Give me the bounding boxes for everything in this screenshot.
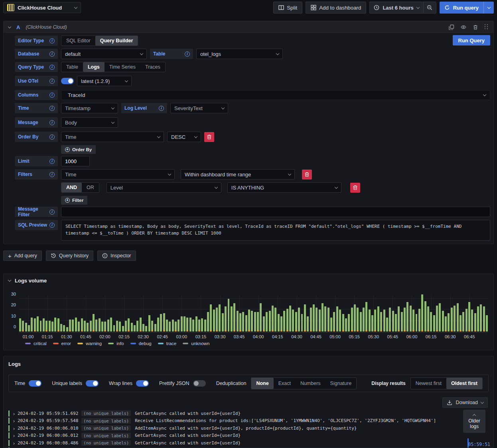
info-icon[interactable]: i [49, 172, 55, 177]
time-toggle[interactable] [29, 380, 41, 387]
display-option-oldest-first[interactable]: Oldest first [446, 378, 482, 389]
dedup-option-signature[interactable]: Signature [325, 378, 357, 389]
add-filter-button[interactable]: +Filter [61, 196, 87, 205]
editor-type-option-query-builder[interactable]: Query Builder [95, 36, 138, 45]
collapse-logs-volume-icon[interactable] [8, 278, 11, 282]
log-row[interactable]: 2024-02-19 05:59:51.692(no unique labels… [8, 410, 461, 417]
legend-item-error[interactable]: error [53, 341, 71, 346]
info-icon[interactable]: i [49, 134, 55, 140]
query-history-button[interactable]: Query history [46, 251, 93, 261]
duplicate-query-icon[interactable] [449, 24, 454, 30]
expand-log-icon[interactable] [13, 418, 14, 423]
message-column-select[interactable]: Body [61, 117, 118, 128]
legend-item-critical[interactable]: critical [25, 341, 47, 346]
time-range-button[interactable]: Last 6 hours [370, 5, 423, 11]
log-row[interactable]: 2024-02-19 06:00:08.486(no unique labels… [8, 439, 461, 447]
legend-item-debug[interactable]: debug [130, 341, 152, 346]
info-icon[interactable]: i [49, 51, 55, 57]
expand-log-icon[interactable] [13, 426, 14, 431]
condition-option-and[interactable]: AND [61, 183, 82, 192]
wrap-lines-toggle[interactable] [136, 380, 149, 387]
remove-query-trash-icon[interactable] [473, 24, 478, 30]
info-icon[interactable]: i [49, 65, 55, 70]
legend-item-unknown[interactable]: unknown [183, 341, 209, 346]
info-icon[interactable]: i [49, 93, 55, 98]
log-timestamp: 2024-02-19 06:00:08.486 [18, 440, 78, 446]
filter-field-select[interactable]: Time [61, 169, 175, 180]
log-row[interactable]: 2024-02-19 05:59:57.548(no unique labels… [8, 417, 461, 425]
info-icon[interactable]: i [185, 51, 190, 57]
zoom-out-time-button[interactable] [423, 2, 436, 13]
log-row[interactable]: 2024-02-19 06:00:06.010(no unique labels… [8, 424, 461, 432]
dedup-option-numbers[interactable]: Numbers [296, 378, 325, 389]
hide-response-eye-icon[interactable] [461, 24, 466, 30]
order-by-field-select[interactable]: Time [61, 132, 164, 142]
run-query-button[interactable]: Run query [440, 5, 483, 11]
columns-multiselect[interactable]: TraceId [61, 90, 490, 100]
filter-condition-operator-select[interactable]: IS ANYTHING [227, 182, 341, 193]
info-icon[interactable]: i [49, 79, 55, 84]
otel-version-select[interactable]: latest (1.2.9) [77, 76, 132, 86]
query-row-header[interactable]: A (ClickHouse Cloud) [4, 21, 493, 33]
table-select[interactable]: otel_logs [196, 49, 283, 59]
filter-condition-field-select[interactable]: Level [106, 182, 221, 193]
download-logs-button[interactable]: Download [442, 397, 488, 408]
volume-bar [316, 308, 318, 332]
unique-labels-toggle[interactable] [86, 380, 99, 387]
query-type-option-logs[interactable]: Logs [83, 62, 105, 72]
inspector-button[interactable]: Inspector [97, 251, 136, 261]
log-level-select[interactable]: SeverityText [170, 103, 228, 113]
info-icon[interactable]: i [49, 120, 55, 125]
volume-bar [228, 299, 230, 332]
info-icon[interactable]: i [49, 106, 55, 111]
logs-controls-bar: TimeUnique labelsWrap linesPrettify JSON… [8, 375, 489, 392]
dedup-option-none[interactable]: None [251, 378, 273, 389]
editor-type-option-sql-editor[interactable]: SQL Editor [61, 36, 95, 45]
volume-bar [416, 314, 418, 332]
expand-log-icon[interactable] [13, 411, 14, 416]
older-logs-button[interactable]: Olderlogs [463, 410, 485, 433]
info-icon[interactable]: i [49, 223, 55, 228]
legend-item-info[interactable]: info [108, 341, 124, 346]
add-to-dashboard-button[interactable]: Add to dashboard [306, 2, 366, 14]
condition-option-or[interactable]: OR [82, 183, 99, 192]
remove-order-by-button[interactable] [204, 132, 214, 142]
remove-filter-button[interactable] [302, 170, 312, 180]
panel-run-query-button[interactable]: Run Query [453, 35, 490, 45]
query-type-option-time-series[interactable]: Time Series [105, 62, 140, 72]
run-query-dropdown-button[interactable] [483, 2, 494, 14]
legend-item-warning[interactable]: warning [77, 341, 102, 346]
database-select[interactable]: default [61, 49, 147, 59]
query-type-option-table[interactable]: Table [61, 62, 83, 72]
limit-input[interactable] [61, 156, 90, 166]
use-otel-toggle[interactable] [61, 78, 74, 84]
add-order-by-button[interactable]: +Order By [61, 145, 96, 154]
query-type-option-traces[interactable]: Traces [140, 62, 165, 72]
info-icon[interactable]: i [49, 38, 55, 43]
order-by-direction-select[interactable]: DESC [167, 132, 201, 142]
log-row[interactable]: 2024-02-19 06:00:06.012(no unique labels… [8, 432, 461, 440]
log-row[interactable]: 2024-02-19 06:00:18.663(no unique labels… [8, 447, 461, 448]
split-button[interactable]: Split [273, 2, 302, 14]
filters-label: Filtersi [15, 169, 58, 180]
volume-bar [101, 322, 103, 332]
x-axis-tick: 01:45 [80, 334, 91, 339]
info-icon[interactable]: i [159, 106, 164, 111]
volume-bar [369, 310, 371, 332]
remove-condition-button[interactable] [350, 183, 360, 193]
filter-operator-select[interactable]: Within dashboard time range [181, 169, 295, 180]
dedup-option-exact[interactable]: Exact [274, 378, 296, 389]
expand-log-icon[interactable] [13, 440, 14, 446]
volume-bar [386, 318, 388, 332]
datasource-picker[interactable]: ClickHouse Cloud [3, 2, 81, 13]
legend-item-trace[interactable]: trace [158, 341, 177, 346]
display-option-newest-first[interactable]: Newest first [411, 378, 446, 389]
drag-handle-icon[interactable] [485, 24, 489, 30]
time-column-select[interactable]: Timestamp [61, 103, 118, 113]
info-icon[interactable]: i [49, 159, 55, 164]
message-filter-input[interactable] [61, 207, 490, 217]
add-query-button[interactable]: + Add query [3, 251, 42, 261]
prettify-json-toggle[interactable] [193, 380, 206, 387]
expand-log-icon[interactable] [13, 433, 14, 438]
info-icon[interactable]: i [49, 209, 55, 215]
